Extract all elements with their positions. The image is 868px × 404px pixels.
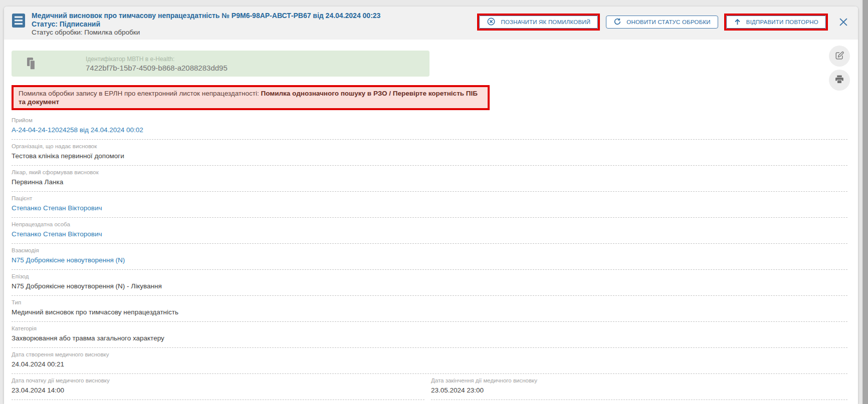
panel-header: Медичний висновок про тимчасову непрацез…: [4, 7, 858, 40]
ehealth-identifier-box: Ідентифікатор МВТН в e-Health: 7422bf7b-…: [12, 51, 429, 77]
field-row-type: Тип Медичний висновок про тимчасову непр…: [12, 296, 847, 322]
field-label: Пацієнт: [12, 195, 847, 202]
appointment-link[interactable]: А-24-04-24-12024258 від 24.04.2024 00:02: [12, 126, 847, 134]
field-row-incapacitated-person: Непрацездатна особа Степанко Степан Вікт…: [12, 218, 847, 244]
field-label: Непрацездатна особа: [12, 221, 847, 228]
processing-status-text: Статус обробки: Помилка обробки: [32, 29, 380, 37]
edit-pencil-icon: [834, 51, 844, 62]
panel-body: Ідентифікатор МВТН в e-Health: 7422bf7b-…: [4, 51, 858, 404]
mark-erroneous-label: ПОЗНАЧИТИ ЯК ПОМИЛКОВИЙ: [501, 19, 590, 25]
resend-label: ВІДПРАВИТИ ПОВТОРНО: [746, 19, 818, 25]
field-row-category: Категорія Захворювання або травма загаль…: [12, 322, 847, 348]
error-text: Помилка обробки запису в ЕРЛН про електр…: [19, 90, 261, 97]
printer-icon: [834, 75, 844, 86]
field-value: Захворювання або травма загального харак…: [12, 334, 847, 342]
identifier-label: Ідентифікатор МВТН в e-Health:: [86, 56, 228, 63]
field-label: Дата початку дії медичного висновку: [12, 377, 424, 384]
field-value: N75 Доброякісне новоутворення (N) - Ліку…: [12, 282, 847, 290]
update-processing-status-button[interactable]: ОНОВИТИ СТАТУС ОБРОБКИ: [606, 16, 718, 29]
field-row-episode: Епізод N75 Доброякісне новоутворення (N)…: [12, 270, 847, 296]
update-status-label: ОНОВИТИ СТАТУС ОБРОБКИ: [626, 19, 711, 25]
scrollbar-thumb[interactable]: [862, 0, 868, 404]
interaction-link[interactable]: N75 Доброякісне новоутворення (N): [12, 256, 847, 264]
field-row-start-date: Дата початку дії медичного висновку 23.0…: [12, 374, 424, 400]
field-row-interaction: Взаємодія N75 Доброякісне новоутворення …: [12, 244, 847, 270]
field-label: Епізод: [12, 273, 847, 280]
field-label: Організація, що надає висновок: [12, 143, 847, 150]
medical-conclusion-panel: Медичний висновок про тимчасову непрацез…: [4, 7, 858, 404]
field-row-patient: Пацієнт Степанко Степан Вікторович: [12, 192, 847, 218]
close-button[interactable]: [837, 16, 850, 29]
page-title: Медичний висновок про тимчасову непрацез…: [32, 12, 380, 20]
processing-error-banner: Помилка обробки запису в ЕРЛН про електр…: [12, 85, 490, 110]
status-text: Статус: Підписаний: [32, 20, 380, 28]
field-row-esoz-creation-date: Дата створення в ЕСОЗ 24.04.2024 00:23: [12, 400, 847, 404]
print-fab-button[interactable]: [829, 70, 850, 91]
copy-icon[interactable]: [27, 57, 38, 70]
field-list: Прийом А-24-04-24-12024258 від 24.04.202…: [12, 114, 847, 404]
field-value: Первинна Ланка: [12, 178, 847, 186]
refresh-icon: [613, 18, 621, 27]
red-highlight-box-1: ПОЗНАЧИТИ ЯК ПОМИЛКОВИЙ: [477, 14, 600, 31]
field-row-appointment: Прийом А-24-04-24-12024258 від 24.04.202…: [12, 114, 847, 140]
field-row-doctor: Лікар, який сформував висновок Первинна …: [12, 166, 847, 192]
field-row-validity-dates: Дата початку дії медичного висновку 23.0…: [12, 374, 847, 400]
field-value: Тестова клініка первинної допомоги: [12, 152, 847, 160]
vertical-scrollbar[interactable]: [861, 0, 868, 404]
x-circle-icon: [487, 17, 496, 27]
patient-link[interactable]: Степанко Степан Вікторович: [12, 204, 847, 212]
header-title-group: Медичний висновок про тимчасову непрацез…: [12, 12, 380, 37]
identifier-value: 7422bf7b-15b7-4509-b868-a2088283dd95: [86, 64, 228, 72]
header-text: Медичний висновок про тимчасову непрацез…: [32, 12, 380, 37]
field-value: 23.05.2024 23:00: [431, 386, 847, 394]
field-label: Взаємодія: [12, 247, 847, 254]
field-label: Лікар, який сформував висновок: [12, 169, 847, 176]
field-row-end-date: Дата закінчення дії медичного висновку 2…: [431, 374, 847, 400]
field-label: Категорія: [12, 325, 847, 332]
red-highlight-box-2: ВІДПРАВИТИ ПОВТОРНО: [724, 14, 828, 31]
field-label: Прийом: [12, 117, 847, 124]
header-actions: ПОЗНАЧИТИ ЯК ПОМИЛКОВИЙ ОНОВИТИ СТАТУС О…: [477, 14, 850, 31]
field-value: 24.04.2024 00:21: [12, 360, 847, 368]
document-lines-icon: [12, 14, 25, 37]
field-row-organization: Організація, що надає висновок Тестова к…: [12, 140, 847, 166]
x-icon: [838, 22, 849, 29]
arrow-up-icon: [734, 18, 741, 27]
resend-button[interactable]: ВІДПРАВИТИ ПОВТОРНО: [726, 16, 826, 29]
mark-erroneous-button[interactable]: ПОЗНАЧИТИ ЯК ПОМИЛКОВИЙ: [479, 16, 598, 29]
field-value: Медичний висновок про тимчасову непрацез…: [12, 308, 847, 316]
edit-fab-button[interactable]: [829, 46, 850, 67]
identifier-text-group: Ідентифікатор МВТН в e-Health: 7422bf7b-…: [86, 56, 228, 72]
incapacitated-person-link[interactable]: Степанко Степан Вікторович: [12, 230, 847, 238]
field-label: Тип: [12, 299, 847, 306]
field-label: Дата створення медичного висновку: [12, 351, 847, 358]
field-value: 23.04.2024 14:00: [12, 386, 424, 394]
field-row-creation-date: Дата створення медичного висновку 24.04.…: [12, 348, 847, 374]
field-label: Дата закінчення дії медичного висновку: [431, 377, 847, 384]
